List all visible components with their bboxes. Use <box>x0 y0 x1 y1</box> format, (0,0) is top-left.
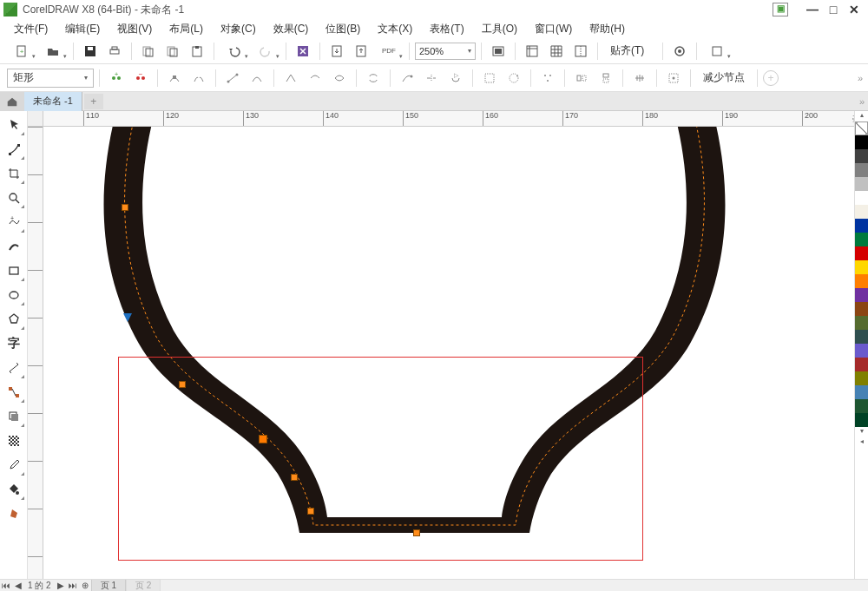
copy-button[interactable] <box>161 41 184 62</box>
account-icon[interactable]: ▣ <box>773 3 788 16</box>
crop-tool[interactable] <box>2 161 26 186</box>
polygon-tool[interactable] <box>2 307 26 332</box>
color-swatch[interactable] <box>855 330 868 344</box>
menu-object[interactable]: 对象(C) <box>214 20 263 38</box>
menu-file[interactable]: 文件(F) <box>7 20 55 38</box>
zoom-level-input[interactable]: 250% <box>415 43 476 60</box>
path-node-selected[interactable] <box>259 435 267 443</box>
align-nodes-button[interactable] <box>536 68 559 89</box>
select-all-nodes-button[interactable] <box>662 68 685 89</box>
convert-curve-button[interactable] <box>246 68 268 89</box>
color-swatch[interactable] <box>855 191 868 205</box>
color-swatch[interactable] <box>855 302 868 316</box>
fullscreen-preview-button[interactable] <box>487 41 510 62</box>
reduce-nodes-button[interactable]: 减少节点 <box>696 68 752 89</box>
show-grid-button[interactable] <box>545 41 568 62</box>
publish-pdf-button[interactable]: PDF <box>374 41 404 62</box>
tab-overflow-icon[interactable]: » <box>859 96 863 107</box>
add-document-tab[interactable]: + <box>84 94 103 109</box>
page-tab-1[interactable]: 页 1 <box>91 580 126 592</box>
color-swatch[interactable] <box>855 260 868 274</box>
menu-window[interactable]: 窗口(W) <box>528 20 579 38</box>
cusp-node-button[interactable] <box>279 68 302 89</box>
smart-fill-tool[interactable] <box>2 502 26 526</box>
page-next-button[interactable]: ▶ <box>55 581 67 590</box>
freehand-tool[interactable]: + <box>2 210 26 234</box>
preset-shape-dropdown[interactable]: 矩形 <box>7 69 94 88</box>
reflect-nodes-h-button[interactable] <box>570 68 593 89</box>
drop-shadow-tool[interactable] <box>2 404 26 429</box>
options-button[interactable] <box>668 41 691 62</box>
color-swatch[interactable] <box>855 177 868 191</box>
close-button[interactable]: ✕ <box>844 3 865 16</box>
document-tab[interactable]: 未命名 -1 <box>24 92 82 111</box>
menu-view[interactable]: 视图(V) <box>110 20 159 38</box>
reflect-nodes-v-button[interactable] <box>595 68 617 89</box>
search-content-button[interactable] <box>292 41 314 62</box>
path-node[interactable] <box>307 508 314 515</box>
connector-tool[interactable] <box>2 380 26 404</box>
interactive-fill-tool[interactable] <box>2 477 26 502</box>
color-swatch[interactable] <box>855 149 868 163</box>
cut-button[interactable] <box>137 41 160 62</box>
page-last-button[interactable]: ⏭ <box>67 581 79 590</box>
convert-line-button[interactable] <box>221 68 244 89</box>
path-node[interactable] <box>122 204 128 211</box>
path-node[interactable] <box>291 474 298 481</box>
color-swatch[interactable] <box>855 385 868 399</box>
color-swatch[interactable] <box>855 274 868 288</box>
add-node-button[interactable]: + <box>105 68 128 89</box>
eyedropper-tool[interactable] <box>2 453 26 477</box>
rotate-nodes-button[interactable] <box>503 68 525 89</box>
join-nodes-button[interactable] <box>163 68 186 89</box>
curve-smoothness-button[interactable]: + <box>763 70 779 86</box>
smooth-node-button[interactable] <box>304 68 326 89</box>
reverse-direction-button[interactable] <box>362 68 385 89</box>
export-button[interactable] <box>350 41 372 62</box>
palette-expand[interactable]: ◂ <box>855 437 868 448</box>
add-page-button[interactable]: ⊕ <box>79 581 91 590</box>
close-curve-button[interactable]: ▷ <box>444 68 467 89</box>
shape-tool[interactable] <box>2 137 26 161</box>
menu-tools[interactable]: 工具(O) <box>475 20 524 38</box>
maximize-button[interactable]: □ <box>823 3 844 16</box>
show-rulers-button[interactable] <box>521 41 543 62</box>
ruler-corner[interactable] <box>28 111 43 127</box>
paste-button[interactable] <box>186 41 208 62</box>
color-swatch[interactable] <box>855 246 868 260</box>
zoom-tool[interactable] <box>2 186 26 210</box>
color-swatch[interactable] <box>855 205 868 219</box>
show-guidelines-button[interactable] <box>569 41 592 62</box>
page-prev-button[interactable]: ◀ <box>12 581 24 590</box>
snap-to-dropdown[interactable]: 贴齐(T) <box>603 41 657 62</box>
color-swatch[interactable] <box>855 163 868 177</box>
menu-effect[interactable]: 效果(C) <box>266 20 316 38</box>
minimize-button[interactable]: — <box>802 3 823 16</box>
color-swatch[interactable] <box>855 344 868 358</box>
delete-node-button[interactable]: − <box>129 68 152 89</box>
menu-layout[interactable]: 布局(L) <box>162 20 210 38</box>
elastic-mode-button[interactable] <box>628 68 651 89</box>
toolbar-overflow-button[interactable]: » <box>858 73 861 83</box>
text-tool[interactable]: 字 <box>2 332 26 356</box>
canvas[interactable] <box>43 127 856 579</box>
stretch-nodes-button[interactable] <box>478 68 501 89</box>
page-first-button[interactable]: ⏮ <box>0 581 12 590</box>
page-tab-2[interactable]: 页 2 <box>126 580 161 592</box>
welcome-tab[interactable] <box>0 92 24 111</box>
transparency-tool[interactable] <box>2 429 26 453</box>
menu-bitmap[interactable]: 位图(B) <box>319 20 367 38</box>
menu-help[interactable]: 帮助(H) <box>582 20 632 38</box>
parallel-dimension-tool[interactable] <box>2 356 26 380</box>
artistic-media-tool[interactable] <box>2 234 26 259</box>
color-swatch[interactable] <box>855 135 868 149</box>
color-swatch[interactable] <box>855 233 868 246</box>
color-swatch[interactable] <box>855 399 868 413</box>
path-node[interactable] <box>179 381 186 388</box>
redo-button[interactable] <box>251 41 280 62</box>
horizontal-ruler[interactable]: 110120130140150160170180190200 <box>43 111 856 127</box>
menu-text[interactable]: 文本(X) <box>371 20 419 38</box>
pick-tool[interactable] <box>2 113 26 137</box>
color-swatch[interactable] <box>855 288 868 302</box>
print-button[interactable] <box>103 41 126 62</box>
